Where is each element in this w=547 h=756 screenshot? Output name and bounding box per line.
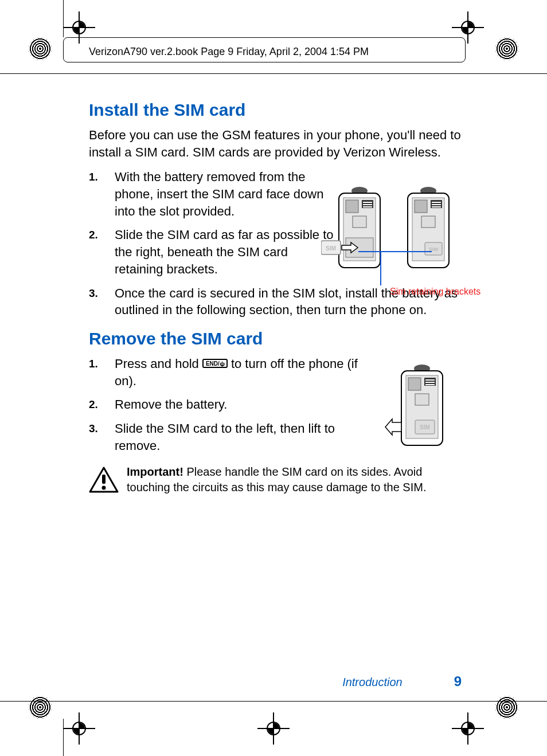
svg-rect-24 [421,216,435,228]
svg-rect-19 [415,200,427,213]
svg-rect-30 [408,378,421,390]
section-title-remove: Remove the SIM card [89,329,462,348]
corner-ornament-icon [495,696,518,719]
important-text: Important! Please handle the SIM card on… [127,464,462,497]
footer-page-number: 9 [454,673,462,690]
page-footer: Introduction 9 [89,673,462,690]
end-key-icon: END/⏻ [202,359,228,369]
corner-ornament-icon [29,37,52,60]
svg-text:SIM: SIM [420,424,430,430]
step-text: Slide the SIM card as far as possible to… [115,226,338,277]
callout-line [380,251,432,252]
header-text: VerizonA790 ver.2.book Page 9 Friday, Ap… [89,46,369,58]
phone-diagram-remove: SIM [384,364,459,461]
step-number: 1. [89,169,115,220]
corner-ornament-icon [29,696,52,719]
registration-mark-icon [458,17,478,38]
crop-rule [63,719,64,756]
warning-icon [89,467,119,493]
svg-point-2 [102,486,106,490]
annotation-sim-brackets: Sim retaining brackets [390,287,480,297]
section-title-install: Install the SIM card [89,100,462,120]
svg-rect-35 [415,394,429,405]
callout-line [380,251,381,285]
registration-mark-icon [458,718,478,739]
svg-marker-38 [385,419,401,435]
crop-rule [0,701,547,702]
svg-rect-11 [353,216,366,228]
footer-section-name: Introduction [342,676,403,689]
corner-ornament-icon [495,37,518,60]
step-text: Slide the SIM card to the left, then lif… [115,420,378,454]
svg-text:SIM: SIM [326,245,336,252]
phone-diagram-install: SIM SIM [321,186,464,295]
step-number: 3. [89,420,115,454]
important-note: Important! Please handle the SIM card on… [89,464,462,497]
step-number: 1. [89,355,115,389]
registration-mark-icon [69,718,89,739]
svg-rect-6 [346,200,358,213]
step-text: With the battery removed from the phone,… [115,169,338,220]
step-text: Press and hold END/⏻ to turn off the pho… [115,355,378,389]
crop-rule [0,73,547,74]
step-number: 3. [89,285,115,319]
intro-paragraph: Before you can use the GSM features in y… [89,127,462,160]
registration-mark-icon [263,718,284,739]
step-number: 2. [89,396,115,413]
crop-rule [63,0,64,37]
registration-mark-icon [69,17,89,38]
svg-rect-1 [102,475,106,484]
callout-line [358,251,381,252]
step-number: 2. [89,226,115,277]
step-text: Remove the battery. [115,396,378,413]
